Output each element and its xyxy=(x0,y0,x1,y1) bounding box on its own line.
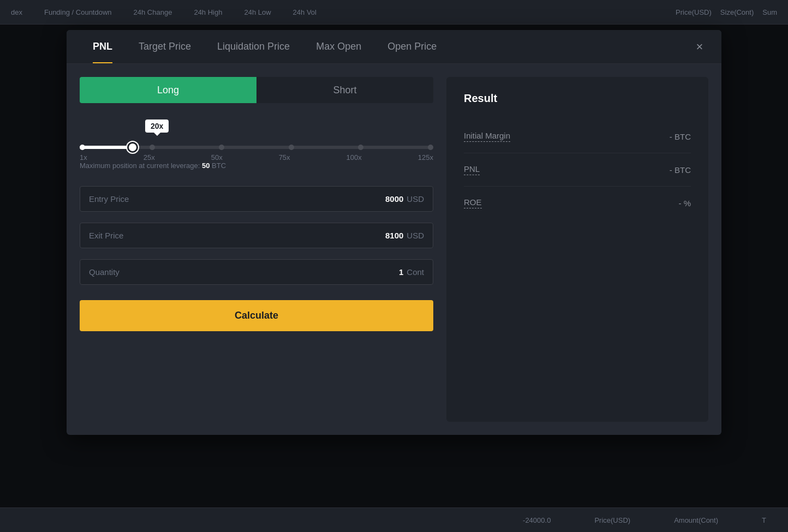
label-100x: 100x xyxy=(347,153,362,162)
slider-labels: 1x 25x 50x 75x 100x 125x xyxy=(80,153,433,162)
top-bar-24h-low: 24h Low xyxy=(244,8,271,16)
label-25x: 25x xyxy=(144,153,155,162)
pnl-value: - BTC xyxy=(670,165,691,175)
modal-body: Long Short 20x xyxy=(67,64,721,435)
left-panel: Long Short 20x xyxy=(80,77,433,422)
slider-dot-125x xyxy=(428,145,433,150)
quantity-label: Quantity xyxy=(89,267,399,277)
tab-pnl[interactable]: PNL xyxy=(80,30,126,63)
top-bar-index: dex xyxy=(11,8,22,16)
calculator-modal: PNL Target Price Liquidation Price Max O… xyxy=(67,30,721,435)
roe-label: ROE xyxy=(464,198,482,208)
result-title: Result xyxy=(464,92,691,105)
exit-price-field[interactable]: Exit Price 8100 USD xyxy=(80,223,433,248)
calculate-button[interactable]: Calculate xyxy=(80,300,433,331)
result-row-pnl: PNL - BTC xyxy=(464,153,691,187)
exit-price-value: 8100 xyxy=(385,231,403,240)
close-button[interactable]: × xyxy=(691,38,708,56)
bottom-bar-price-usd: Price(USD) xyxy=(594,516,630,524)
bottom-bar-t: T xyxy=(762,516,766,524)
exit-price-unit: USD xyxy=(407,231,424,240)
slider-dot-50x xyxy=(219,145,224,150)
label-50x: 50x xyxy=(211,153,223,162)
right-panel: Result Initial Margin - BTC PNL - BTC RO… xyxy=(446,77,708,422)
bottom-bar-amount-cont: Amount(Cont) xyxy=(674,516,718,524)
tab-open-price[interactable]: Open Price xyxy=(374,30,450,63)
bottom-bar-value: -24000.0 xyxy=(523,516,551,524)
label-75x: 75x xyxy=(279,153,290,162)
result-row-initial-margin: Initial Margin - BTC xyxy=(464,120,691,153)
top-bar-price-usd: Price(USD) xyxy=(676,8,712,16)
top-bar-24h-change: 24h Change xyxy=(134,8,172,16)
slider-thumb[interactable] xyxy=(127,142,138,153)
leverage-tooltip: 20x xyxy=(145,119,169,133)
tab-target-price[interactable]: Target Price xyxy=(126,30,204,63)
short-button[interactable]: Short xyxy=(256,77,433,103)
long-short-toggle: Long Short xyxy=(80,77,433,103)
leverage-slider-track[interactable] xyxy=(80,146,433,149)
label-125x: 125x xyxy=(418,153,433,162)
pnl-label: PNL xyxy=(464,164,480,175)
top-bar: dex Funding / Countdown 24h Change 24h H… xyxy=(0,0,788,25)
entry-price-value: 8000 xyxy=(385,194,403,204)
bottom-bar: -24000.0 Price(USD) Amount(Cont) T xyxy=(0,507,788,532)
leverage-section: 20x 1x xyxy=(80,114,433,175)
max-position-text: Maximum position at current leverage: 50… xyxy=(80,162,433,170)
entry-price-unit: USD xyxy=(407,194,424,204)
tab-max-open[interactable]: Max Open xyxy=(303,30,374,63)
top-bar-funding: Funding / Countdown xyxy=(44,8,112,16)
modal-tab-bar: PNL Target Price Liquidation Price Max O… xyxy=(67,30,721,64)
exit-price-label: Exit Price xyxy=(89,231,385,240)
quantity-value: 1 xyxy=(399,267,403,277)
slider-dot-75x xyxy=(289,145,294,150)
roe-value: - % xyxy=(679,199,691,208)
initial-margin-value: - BTC xyxy=(670,132,691,141)
tab-liquidation-price[interactable]: Liquidation Price xyxy=(204,30,303,63)
slider-dot-100x xyxy=(358,145,363,150)
top-bar-size-cont: Size(Cont) xyxy=(720,8,754,16)
label-1x: 1x xyxy=(80,153,87,162)
top-bar-24h-high: 24h High xyxy=(194,8,222,16)
long-button[interactable]: Long xyxy=(80,77,256,103)
top-bar-24h-vol: 24h Vol xyxy=(293,8,317,16)
initial-margin-label: Initial Margin xyxy=(464,131,510,142)
entry-price-label: Entry Price xyxy=(89,194,385,204)
top-bar-sum: Sum xyxy=(762,8,777,16)
quantity-field[interactable]: Quantity 1 Cont xyxy=(80,259,433,285)
modal-overlay: PNL Target Price Liquidation Price Max O… xyxy=(0,25,788,507)
quantity-unit: Cont xyxy=(407,267,424,277)
slider-dot-25x xyxy=(150,145,155,150)
result-row-roe: ROE - % xyxy=(464,187,691,219)
entry-price-field[interactable]: Entry Price 8000 USD xyxy=(80,186,433,212)
slider-dot-1x xyxy=(80,145,85,150)
